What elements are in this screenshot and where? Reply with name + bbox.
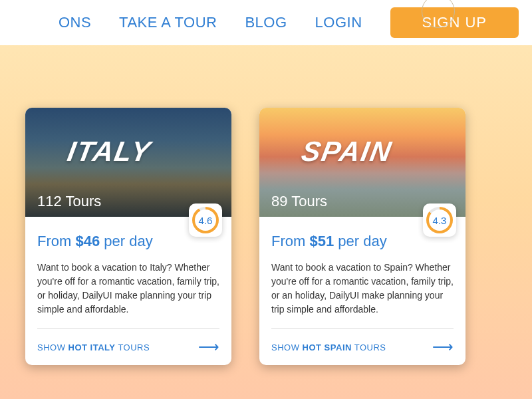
cards-container: ITALY 112 Tours 4.6 From $46 per day Wan… <box>0 45 532 365</box>
nav-item-login[interactable]: LOGIN <box>315 14 362 31</box>
show-tours-link[interactable]: SHOW HOT SPAIN TOURS ⟶ <box>271 338 454 356</box>
rating-value: 4.3 <box>429 209 450 231</box>
arrow-right-icon: ⟶ <box>198 338 220 356</box>
link-hot: HOT SPAIN <box>303 342 352 352</box>
rating-circle-icon: 4.3 <box>426 207 453 233</box>
link-prefix: SHOW <box>271 342 303 352</box>
price-suffix: per day <box>334 233 387 249</box>
price-prefix: From <box>37 233 75 249</box>
link-suffix: TOURS <box>352 342 386 352</box>
nav-item-blog[interactable]: BLOG <box>245 14 287 31</box>
link-text: SHOW HOT SPAIN TOURS <box>271 342 386 352</box>
tours-number: 112 <box>37 193 62 209</box>
tours-label: Tours <box>65 193 101 209</box>
rating-circle-icon: 4.6 <box>192 207 219 233</box>
tours-label: Tours <box>291 193 327 209</box>
card-body: From $51 per day Want to book a vacation… <box>259 217 466 365</box>
price-amount: $46 <box>75 233 100 249</box>
price-amount: $51 <box>309 233 334 249</box>
show-tours-link[interactable]: SHOW HOT ITALY TOURS ⟶ <box>37 338 219 356</box>
card-spain[interactable]: SPAIN 89 Tours 4.3 From $51 per day Want… <box>259 108 466 365</box>
tours-count: 89 Tours <box>271 193 327 210</box>
signup-button[interactable]: SIGN UP <box>390 7 519 38</box>
destination-title: ITALY <box>65 136 154 168</box>
nav-item-take-a-tour[interactable]: TAKE A TOUR <box>119 14 217 31</box>
link-text: SHOW HOT ITALY TOURS <box>37 342 150 352</box>
arrow-right-icon: ⟶ <box>432 338 454 356</box>
link-suffix: TOURS <box>116 342 150 352</box>
divider <box>37 329 219 329</box>
divider <box>271 329 454 329</box>
destination-title: SPAIN <box>299 136 395 168</box>
link-hot: HOT ITALY <box>68 342 116 352</box>
tours-number: 89 <box>271 193 287 209</box>
card-image-italy: ITALY 112 Tours <box>25 108 231 217</box>
rating-badge: 4.6 <box>189 203 222 237</box>
price-suffix: per day <box>100 233 153 249</box>
top-nav: ONS TAKE A TOUR BLOG LOGIN SIGN UP <box>0 0 532 45</box>
card-description: Want to book a vacation to Italy? Whethe… <box>37 261 219 317</box>
price-prefix: From <box>271 233 309 249</box>
card-description: Want to book a vacation to Spain? Whethe… <box>271 261 454 317</box>
rating-value: 4.6 <box>195 209 216 231</box>
card-italy[interactable]: ITALY 112 Tours 4.6 From $46 per day Wan… <box>25 108 231 365</box>
rating-badge: 4.3 <box>423 203 456 237</box>
card-image-spain: SPAIN 89 Tours <box>259 108 466 217</box>
tours-count: 112 Tours <box>37 193 101 210</box>
link-prefix: SHOW <box>37 342 68 352</box>
nav-item-0[interactable]: ONS <box>59 14 91 31</box>
card-body: From $46 per day Want to book a vacation… <box>25 217 231 365</box>
